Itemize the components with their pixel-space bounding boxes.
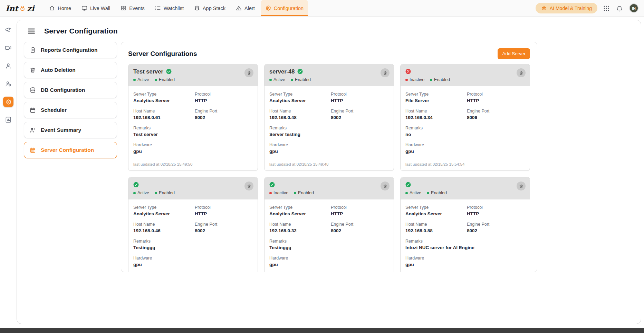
field-label: Host Name: [133, 222, 191, 227]
field-label: Protocol: [195, 205, 253, 210]
menu-item-label: DB Configuration: [41, 87, 85, 93]
config-menu: Reports Configuration Auto Deletion DB C…: [24, 42, 117, 162]
nav-label: Home: [58, 6, 71, 11]
last-updated: last updated at 02/15/25 15:54:54: [401, 159, 530, 170]
nav-item-home[interactable]: Home: [45, 0, 76, 16]
delete-server-button[interactable]: [381, 68, 390, 77]
menu-item-reports-configuration[interactable]: Reports Configuration: [24, 42, 117, 58]
status-dot: [291, 79, 293, 81]
field-value: 192.168.0.48: [269, 115, 327, 120]
field-label: Server Type: [133, 205, 191, 210]
field-value: HTTP: [467, 98, 525, 103]
field-value: 192.168.0.88: [405, 228, 463, 233]
server-card-header: Inactive Enabled: [401, 64, 530, 86]
field-label: Server Type: [269, 205, 327, 210]
nav-label: Alert: [244, 6, 255, 11]
field-value: Analytics Server: [133, 211, 191, 216]
card-field: Remarks Server testing: [269, 126, 389, 137]
users-icon: [5, 62, 12, 69]
field-label: Hardware: [269, 143, 389, 147]
status-dot: [427, 192, 429, 194]
field-value: gpu: [405, 149, 525, 154]
add-server-button[interactable]: Add Server: [498, 48, 530, 59]
delete-server-button[interactable]: [517, 68, 526, 77]
nav-item-configuration[interactable]: Configuration: [261, 0, 308, 16]
server-name: Test server: [133, 68, 163, 75]
list-icon: [155, 5, 161, 11]
menu-item-label: Reports Configuration: [41, 47, 97, 53]
server-card-header: Active Enabled: [401, 177, 530, 199]
field-label: Hardware: [405, 143, 525, 147]
field-value: 192.168.0.34: [405, 115, 463, 120]
apps-grid-button[interactable]: [603, 4, 611, 12]
card-field: Host Name 192.168.0.88: [405, 222, 463, 233]
field-label: Engine Port: [467, 222, 525, 227]
card-field: Hardware gpu: [405, 143, 525, 154]
nav-item-live-wall[interactable]: Live Wall: [77, 0, 115, 16]
card-field: Server Type Analytics Server: [269, 205, 327, 216]
server-card: Test server Active Enabled Server Type A…: [128, 64, 258, 171]
status-dot: [269, 192, 272, 194]
field-label: Remarks: [269, 126, 389, 130]
field-label: Remarks: [133, 239, 253, 244]
status-badge: Enabled: [294, 190, 314, 195]
nav-item-watchlist[interactable]: Watchlist: [151, 0, 188, 16]
rail-item-users[interactable]: [3, 61, 13, 71]
delete-server-button[interactable]: [381, 182, 390, 190]
ai-model-training-button[interactable]: AI Model & Training: [536, 3, 597, 13]
clipboard-icon: [30, 47, 36, 53]
menu-item-auto-deletion[interactable]: Auto Deletion: [24, 62, 117, 78]
menu-item-server-configuration[interactable]: Server Configuration: [24, 142, 117, 158]
delete-server-button[interactable]: [244, 68, 253, 77]
rail-item-user-settings[interactable]: [3, 79, 13, 89]
field-value: 192.168.0.61: [133, 115, 191, 120]
notifications-button[interactable]: [616, 4, 624, 12]
delete-server-button[interactable]: [244, 182, 253, 190]
status-badge: Active: [133, 190, 149, 195]
ai-button-label: AI Model & Training: [550, 6, 592, 11]
rail-item-configuration[interactable]: [3, 97, 13, 107]
content-header: Server Configurations Add Server: [128, 48, 530, 59]
database-icon: [30, 87, 36, 93]
check-circle-icon: [269, 182, 275, 187]
trash-icon: [247, 71, 251, 75]
field-label: Remarks: [133, 126, 253, 130]
rail-item-analytics-report[interactable]: [3, 115, 13, 125]
card-field: Host Name 192.168.0.46: [133, 222, 191, 233]
field-label: Engine Port: [195, 109, 253, 114]
card-field: Protocol HTTP: [331, 92, 389, 103]
field-label: Engine Port: [331, 222, 389, 227]
delete-server-button[interactable]: [517, 182, 526, 190]
nav-label: Configuration: [274, 6, 304, 11]
menu-item-scheduler[interactable]: Scheduler: [24, 102, 117, 118]
menu-item-event-summary[interactable]: Event Summary: [24, 122, 117, 138]
rail-item-cctv-camera[interactable]: [3, 25, 13, 35]
nav-item-alert[interactable]: Alert: [231, 0, 259, 16]
status-badge: Inactive: [269, 190, 288, 195]
status-dot: [269, 79, 272, 81]
nav-item-events[interactable]: Events: [116, 0, 149, 16]
field-value: Analytics Server: [133, 98, 191, 103]
status-badge: Enabled: [155, 77, 175, 82]
card-field: Server Type Analytics Server: [133, 205, 191, 216]
server-card: server-48 Active Enabled Server Type Ana…: [264, 64, 394, 171]
status-dot: [405, 192, 408, 194]
menu-item-label: Event Summary: [41, 127, 81, 133]
brand-suffix: zi: [27, 4, 34, 13]
server-card-body: Server Type Analytics Server Protocol HT…: [401, 199, 530, 269]
user-avatar[interactable]: IN: [629, 3, 638, 13]
warning-icon: [236, 5, 242, 11]
field-label: Hardware: [133, 143, 253, 147]
top-nav: Home Live Wall Events Watchlist App Stac…: [45, 0, 308, 16]
avatar-initials: IN: [632, 6, 636, 10]
field-value: 8002: [467, 228, 525, 233]
rail-item-video-settings[interactable]: [3, 43, 13, 53]
trash-icon: [383, 71, 387, 75]
brand-logo[interactable]: Int zi: [6, 0, 34, 16]
nav-item-app-stack[interactable]: App Stack: [190, 0, 230, 16]
field-value: HTTP: [195, 211, 253, 216]
menu-item-db-configuration[interactable]: DB Configuration: [24, 82, 117, 98]
nav-label: App Stack: [203, 6, 225, 11]
status-badge: Enabled: [427, 190, 447, 195]
menu-toggle-button[interactable]: [26, 26, 37, 36]
